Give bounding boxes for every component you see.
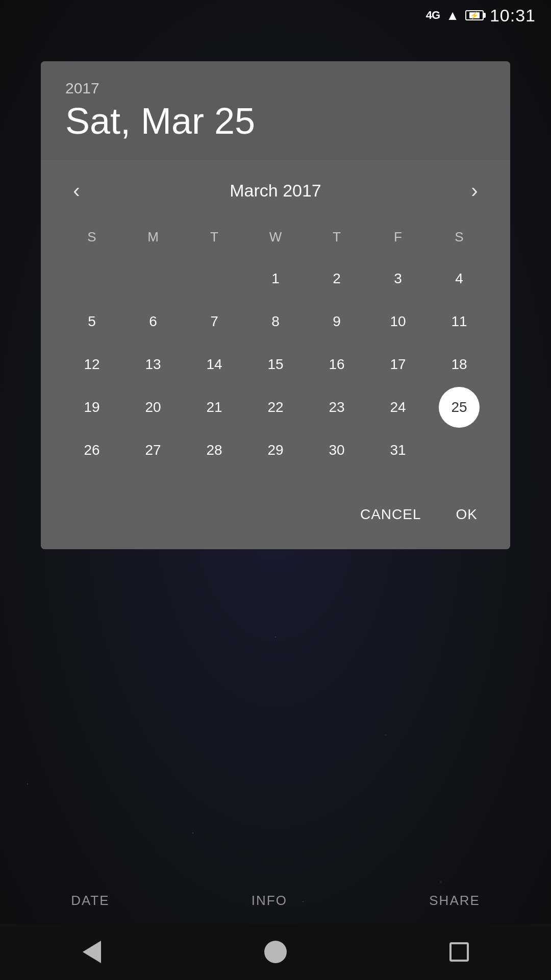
- signal-bars-icon: ▲: [446, 8, 459, 23]
- tab-share[interactable]: SHARE: [429, 893, 480, 909]
- calendar-day[interactable]: 5: [71, 301, 112, 342]
- calendar-day[interactable]: 1: [255, 258, 296, 299]
- calendar-day[interactable]: 30: [316, 430, 357, 471]
- prev-month-button[interactable]: ‹: [61, 175, 92, 206]
- calendar-day[interactable]: 10: [378, 301, 418, 342]
- calendar-day[interactable]: 8: [255, 301, 296, 342]
- calendar-day[interactable]: 16: [316, 344, 357, 385]
- calendar-day[interactable]: 29: [255, 430, 296, 471]
- day-header-sat: S: [429, 224, 490, 250]
- calendar-day[interactable]: 23: [316, 387, 357, 428]
- calendar-day[interactable]: 27: [133, 430, 173, 471]
- calendar-day[interactable]: 31: [378, 430, 418, 471]
- calendar-day[interactable]: 22: [255, 387, 296, 428]
- bottom-tabs: DATE INFO SHARE: [0, 883, 551, 919]
- year-label: 2017: [65, 80, 486, 97]
- signal-icon: 4G: [426, 9, 440, 22]
- day-header-sun: S: [61, 224, 122, 250]
- day-header-thu: T: [306, 224, 367, 250]
- calendar-day[interactable]: 26: [71, 430, 112, 471]
- calendar-day[interactable]: 24: [378, 387, 418, 428]
- date-picker-dialog: 2017 Sat, Mar 25 ‹ March 2017 › S M T W …: [41, 61, 510, 549]
- calendar-day: [194, 258, 235, 299]
- month-nav: ‹ March 2017 ›: [61, 175, 490, 206]
- selected-date-label: Sat, Mar 25: [65, 101, 486, 141]
- home-button[interactable]: [260, 937, 291, 967]
- tab-info[interactable]: INFO: [252, 893, 287, 909]
- calendar-day[interactable]: 13: [133, 344, 173, 385]
- month-title: March 2017: [230, 181, 321, 201]
- ok-button[interactable]: OK: [444, 498, 490, 531]
- calendar-day[interactable]: 9: [316, 301, 357, 342]
- calendar-body: ‹ March 2017 › S M T W T F S 12345678910…: [41, 160, 510, 486]
- calendar-day[interactable]: 7: [194, 301, 235, 342]
- calendar-day[interactable]: 25: [439, 387, 480, 428]
- cancel-button[interactable]: CANCEL: [348, 498, 434, 531]
- calendar-day[interactable]: 2: [316, 258, 357, 299]
- calendar-day[interactable]: 6: [133, 301, 173, 342]
- calendar-day[interactable]: 11: [439, 301, 480, 342]
- next-month-button[interactable]: ›: [459, 175, 490, 206]
- tab-date[interactable]: DATE: [71, 893, 109, 909]
- calendar-day[interactable]: 15: [255, 344, 296, 385]
- calendar-day: [71, 258, 112, 299]
- home-icon: [264, 941, 287, 963]
- dialog-actions: CANCEL OK: [41, 486, 510, 549]
- calendar-grid: 1234567891011121314151617181920212223242…: [61, 258, 490, 471]
- recents-button[interactable]: [444, 937, 474, 967]
- day-header-wed: W: [245, 224, 306, 250]
- calendar-day[interactable]: 21: [194, 387, 235, 428]
- calendar-day[interactable]: 14: [194, 344, 235, 385]
- clock: 10:31: [490, 6, 536, 26]
- calendar-day[interactable]: 19: [71, 387, 112, 428]
- dialog-header: 2017 Sat, Mar 25: [41, 61, 510, 160]
- calendar-day[interactable]: 12: [71, 344, 112, 385]
- calendar-day[interactable]: 4: [439, 258, 480, 299]
- calendar-day[interactable]: 3: [378, 258, 418, 299]
- battery-icon: ⚡: [465, 10, 484, 20]
- calendar-day: [439, 430, 480, 471]
- calendar-day[interactable]: 20: [133, 387, 173, 428]
- calendar-day: [133, 258, 173, 299]
- back-button[interactable]: [77, 937, 107, 967]
- day-headers: S M T W T F S: [61, 224, 490, 250]
- status-bar: 4G ▲ ⚡ 10:31: [0, 0, 551, 31]
- nav-bar: [0, 924, 551, 980]
- calendar-day[interactable]: 18: [439, 344, 480, 385]
- recents-icon: [449, 942, 469, 962]
- day-header-mon: M: [122, 224, 184, 250]
- back-icon: [83, 941, 101, 963]
- calendar-day[interactable]: 28: [194, 430, 235, 471]
- day-header-tue: T: [184, 224, 245, 250]
- calendar-day[interactable]: 17: [378, 344, 418, 385]
- day-header-fri: F: [367, 224, 429, 250]
